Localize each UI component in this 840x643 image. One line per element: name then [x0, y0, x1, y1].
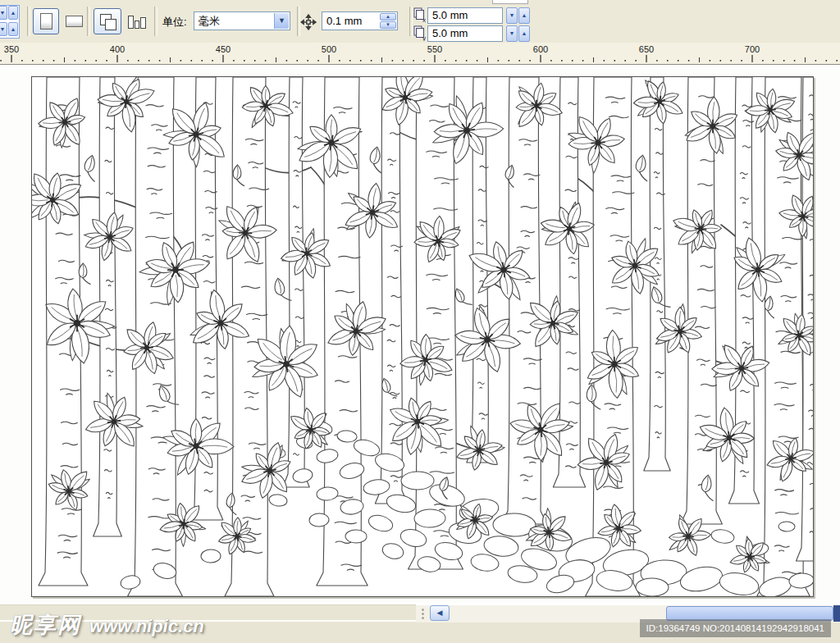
dup-y-up-button[interactable]: ▲ — [518, 25, 530, 42]
duplicate-distance-x-icon: x — [413, 7, 427, 23]
spin-down-button[interactable]: ▼ — [380, 21, 396, 29]
svg-text:550: 550 — [427, 44, 442, 54]
dup-x-down-button[interactable]: ▼ — [506, 7, 518, 24]
watermark-site-name: 昵享网 — [10, 613, 81, 637]
nudge-spinner[interactable]: ▲▼ — [380, 13, 396, 29]
svg-text:500: 500 — [322, 44, 336, 54]
portrait-page-icon — [40, 13, 52, 30]
spin-up-button[interactable]: ▲ — [8, 6, 18, 20]
nudge-offset-field[interactable]: 0.1 mm ▲▼ — [322, 11, 398, 30]
nudge-offset-value: 0.1 mm — [326, 15, 362, 27]
columns-icon — [128, 16, 134, 29]
scroll-left-button[interactable]: ◀ — [430, 605, 450, 621]
page-canvas[interactable] — [31, 76, 814, 597]
spin-down-button[interactable]: ▼ — [0, 22, 7, 36]
spin-up-button[interactable]: ▲ — [380, 13, 396, 21]
chevron-down-icon[interactable]: ▼ — [274, 13, 289, 29]
layers-icon — [105, 19, 116, 30]
dup-x-up-button[interactable]: ▲ — [518, 7, 530, 24]
duplicate-y-value: 5.0 mm — [432, 27, 468, 39]
landscape-page-icon — [66, 16, 83, 27]
all-pages-layout-button[interactable] — [94, 8, 121, 34]
dup-y-down-button[interactable]: ▼ — [506, 25, 518, 42]
duplicate-y-field[interactable]: 5.0 mm — [427, 25, 503, 42]
drawing-svg — [32, 77, 813, 596]
watermark-logo: 昵享网www.nipic.cn — [10, 610, 204, 640]
cropped-control — [492, 0, 528, 4]
landscape-page-button[interactable] — [62, 8, 87, 34]
canvas-viewport[interactable] — [0, 65, 840, 603]
svg-text:x: x — [422, 16, 426, 23]
toolbar-separator — [87, 7, 90, 36]
scrollbar-corner — [833, 605, 840, 622]
property-bar: ▼▲ ▼▲ 单位: 毫米 ▼ — [0, 0, 840, 43]
units-value: 毫米 — [199, 15, 220, 27]
ruler-svg: 350400450500550600650700 — [0, 43, 840, 64]
coreldraw-window: ▼▲ ▼▲ 单位: 毫米 ▼ — [0, 0, 840, 643]
watermark-id-badge: ID:19364749 NO:20140814192942918041 — [640, 619, 831, 637]
duplicate-distance-y-icon: y — [413, 25, 427, 41]
units-select[interactable]: 毫米 ▼ — [194, 11, 290, 30]
units-label: 单位: — [162, 15, 187, 30]
cropped-spinner-group[interactable]: ▼▲ ▼▲ — [0, 5, 20, 39]
toolbar-separator — [27, 7, 30, 36]
svg-text:700: 700 — [745, 44, 760, 54]
svg-text:350: 350 — [4, 44, 19, 54]
duplicate-x-value: 5.0 mm — [432, 9, 468, 21]
toolbar-separator — [154, 7, 158, 36]
facing-pages-layout-button[interactable] — [125, 8, 151, 34]
horizontal-ruler: 350400450500550600650700 — [0, 43, 840, 65]
bottom-bar: ◀ 昵享网www.nipic.cn ID:19364749 NO:2014081… — [0, 603, 840, 643]
svg-text:450: 450 — [216, 44, 231, 54]
duplicate-x-field[interactable]: 5.0 mm — [427, 7, 503, 24]
watermark-site-url: www.nipic.cn — [89, 616, 204, 636]
svg-text:y: y — [422, 34, 426, 41]
svg-text:400: 400 — [110, 44, 125, 54]
drag-grip-icon[interactable] — [422, 609, 424, 611]
nudge-offset-icon — [300, 14, 317, 30]
columns-icon — [140, 17, 146, 29]
spin-down-button[interactable]: ▼ — [0, 6, 7, 20]
svg-text:650: 650 — [639, 44, 654, 54]
spin-up-button[interactable]: ▲ — [8, 22, 18, 36]
portrait-page-button[interactable] — [33, 8, 59, 34]
svg-text:600: 600 — [533, 44, 548, 54]
columns-icon — [135, 21, 139, 29]
